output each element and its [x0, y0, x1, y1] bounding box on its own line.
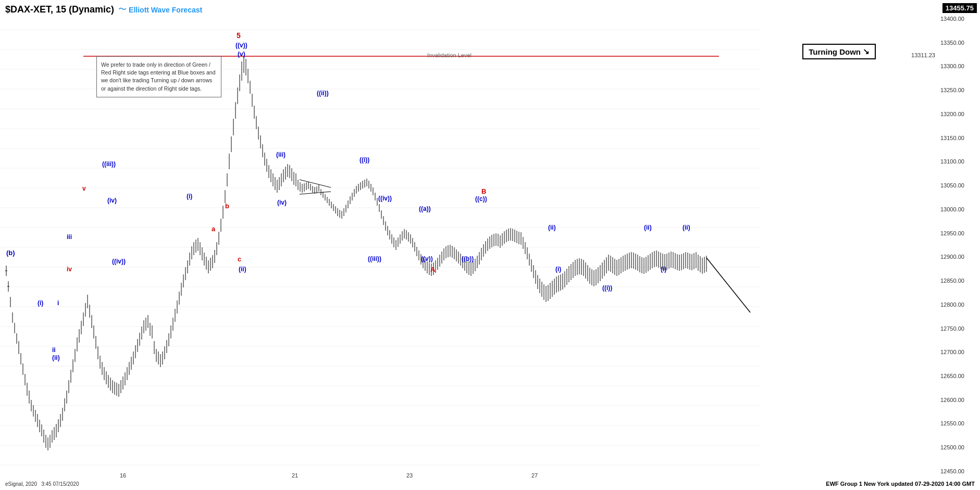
- price-12800: 12800.00: [938, 301, 980, 308]
- wave-label-iii-top: (iii): [276, 151, 286, 158]
- price-12650: 12650.00: [938, 373, 980, 379]
- wave-label-v-paren-top: (v): [238, 51, 245, 58]
- price-13150: 13150.00: [938, 135, 980, 141]
- wave-label-c-red: c: [238, 255, 241, 263]
- chart-container: $DAX-XET, 15 (Dynamic) 〜 Elliott Wave Fo…: [0, 0, 980, 490]
- price-12850: 12850.00: [938, 278, 980, 284]
- price-12450: 12450.00: [938, 468, 980, 474]
- wave-label-ii-small: ii: [52, 346, 56, 354]
- wave-label-i-right: (i): [555, 266, 561, 273]
- wave-label-bb-double: ((b)): [462, 255, 474, 262]
- wave-label-iii-double-right: ((iii)): [368, 255, 381, 262]
- wave-label-aa-double: ((a)): [419, 205, 431, 212]
- wave-label-i-far-right: (i): [661, 266, 666, 273]
- price-12700: 12700.00: [938, 349, 980, 355]
- data-source: eSignal, 2020: [5, 481, 37, 487]
- x-label-21: 21: [292, 472, 298, 479]
- turning-down-signal: Turning Down ↘: [802, 44, 876, 59]
- wave-label-cc-double: ((c)): [475, 195, 487, 203]
- turning-down-label: Turning Down: [809, 47, 861, 56]
- footer: eSignal, 2020 3:45 07/15/2020 EWF Group …: [0, 481, 980, 487]
- price-13050: 13050.00: [938, 182, 980, 189]
- wave-label-b-paren: (b): [6, 249, 15, 257]
- price-13000: 13000.00: [938, 206, 980, 212]
- x-label-23: 23: [406, 472, 413, 479]
- price-12950: 12950.00: [938, 230, 980, 236]
- wave-label-ii-far-right: (ii): [644, 224, 652, 231]
- price-12750: 12750.00: [938, 325, 980, 332]
- wave-label-i-upper: (i): [187, 193, 192, 200]
- price-13100: 13100.00: [938, 158, 980, 165]
- footer-left: eSignal, 2020 3:45 07/15/2020: [5, 481, 79, 487]
- wave-label-iv-double: ((iv)): [112, 258, 126, 265]
- wave-label-ii-bottom-center: (ii): [239, 266, 246, 273]
- wave-label-iii: iii: [67, 233, 72, 241]
- price-12500: 12500.00: [938, 444, 980, 450]
- price-13200: 13200.00: [938, 111, 980, 117]
- wave-label-i-double: ((i)): [359, 156, 369, 164]
- wave-label-i-paren-1: (i): [38, 299, 43, 307]
- wave-label-iv-red: iv: [67, 266, 72, 273]
- wave-label-ii-right-1: (ii): [548, 224, 556, 231]
- wave-label-ii-double-mid: ((ii)): [317, 90, 329, 97]
- info-box: We prefer to trade only in direction of …: [96, 56, 221, 97]
- wave-label-5-peak: 5: [237, 31, 241, 40]
- svg-line-365: [706, 258, 750, 312]
- wave-label-b-red: b: [225, 202, 229, 210]
- price-13250: 13250.00: [938, 87, 980, 93]
- price-13350: 13350.00: [938, 40, 980, 46]
- wave-label-vv-A: ((v)): [421, 255, 433, 262]
- footer-right: EWF Group 1 New York updated 07-29-2020 …: [826, 481, 975, 487]
- wave-label-iv-double-right: ((iv)): [378, 195, 392, 202]
- price-scale: 13400.00 13350.00 13300.00 13250.00 1320…: [938, 0, 980, 490]
- price-12600: 12600.00: [938, 397, 980, 403]
- wave-label-i-small: i: [57, 299, 59, 307]
- wave-label-v-paren-red: v: [82, 185, 86, 192]
- invalidation-label: Invalidation Level: [427, 52, 472, 58]
- price-13400: 13400.00: [938, 16, 980, 22]
- wave-label-A-red: A: [430, 266, 435, 273]
- wave-label-iii-double: ((iii)): [102, 160, 116, 168]
- price-13300: 13300.00: [938, 63, 980, 69]
- wave-label-ii-paren-small: (ii): [52, 354, 60, 361]
- invalidation-price: 13311.23: [911, 52, 935, 58]
- chart-datetime: 3:45 07/15/2020: [41, 481, 79, 487]
- x-label-27: 27: [531, 472, 538, 479]
- info-text: We prefer to trade only in direction of …: [101, 61, 215, 92]
- x-label-16: 16: [120, 472, 126, 479]
- wave-label-vv-paren: ((v)): [235, 42, 247, 49]
- wave-label-iv-paren: (iv): [107, 197, 117, 204]
- wave-label-a-red: a: [212, 225, 215, 233]
- wave-label-i-double-far-right: ((i)): [602, 284, 612, 292]
- wave-label-iv-right: (iv): [277, 199, 287, 206]
- price-12900: 12900.00: [938, 254, 980, 260]
- turning-down-arrow: ↘: [863, 47, 870, 56]
- wave-label-B-red: B: [481, 187, 486, 195]
- svg-line-177: [300, 192, 331, 194]
- price-12550: 12550.00: [938, 420, 980, 426]
- wave-label-ii-blue-top-right: (ii): [683, 224, 690, 231]
